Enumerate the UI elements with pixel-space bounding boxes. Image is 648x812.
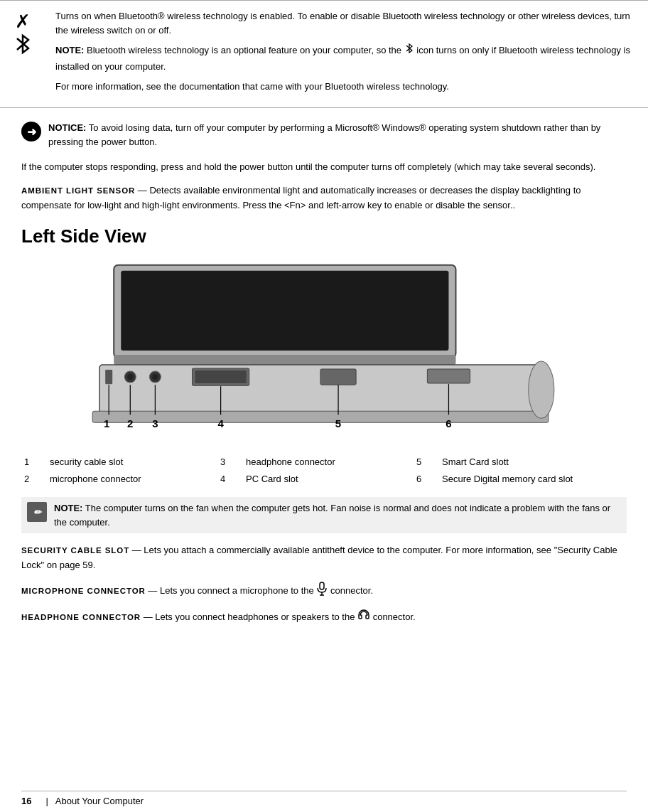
component-table: 1 security cable slot 3 headphone connec… — [21, 454, 627, 487]
note-text: NOTE: The computer turns on the fan when… — [54, 501, 621, 529]
svg-text:5: 5 — [335, 418, 341, 430]
svg-rect-2 — [114, 355, 455, 365]
comp-num-4: 4 — [217, 471, 243, 488]
comp-num-6: 6 — [414, 471, 439, 488]
headphone-dash: — — [141, 611, 155, 622]
comp-label-6: Secure Digital memory card slot — [439, 471, 627, 488]
security-cable-label: SECURITY CABLE SLOT — [21, 546, 129, 555]
bluetooth-description: Turns on when Bluetooth® wireless techno… — [45, 2, 647, 106]
ambient-sensor-label: AMBIENT LIGHT SENSOR — [21, 186, 135, 195]
bt-note: NOTE: Bluetooth wireless technology is a… — [55, 43, 637, 74]
bt-para1: Turns on when Bluetooth® wireless techno… — [55, 9, 637, 37]
headphone-icon — [357, 609, 370, 626]
microphone-connector-section: MICROPHONE CONNECTOR — Lets you connect … — [21, 582, 627, 600]
comp-num-2: 2 — [21, 471, 47, 488]
footer-label: About Your Computer — [55, 796, 144, 806]
svg-rect-13 — [427, 369, 470, 383]
notice-icon: ➜ — [21, 122, 41, 141]
note-pencil-icon: ✏ — [27, 502, 47, 522]
bluetooth-table: ✗ Turns on when Bluetooth® wireless tech… — [0, 0, 648, 108]
svg-text:1: 1 — [104, 418, 109, 430]
notice-box: ➜ NOTICE: To avoid losing data, turn off… — [21, 118, 627, 151]
svg-rect-5 — [105, 370, 112, 384]
svg-text:4: 4 — [217, 418, 224, 430]
bluetooth-icon: ✗ — [13, 11, 33, 63]
comp-label-5: Smart Card slott — [439, 454, 627, 471]
laptop-diagram-svg: 1 2 3 4 5 6 — [57, 255, 591, 447]
bt-note-text: Bluetooth wireless technology is an opti… — [84, 45, 404, 55]
svg-point-9 — [152, 374, 158, 380]
comp-label-4: PC Card slot — [243, 471, 414, 488]
svg-rect-27 — [320, 582, 324, 589]
headphone-text2: connector. — [370, 611, 416, 622]
bt-para2: For more information, see the documentat… — [55, 80, 637, 94]
security-cable-slot-section: SECURITY CABLE SLOT — Lets you attach a … — [21, 543, 627, 573]
comp-num-5: 5 — [414, 454, 439, 471]
svg-point-14 — [529, 361, 554, 418]
bt-inline-icon — [404, 43, 414, 60]
bt-note-label: NOTE: — [55, 45, 84, 55]
svg-text:6: 6 — [446, 418, 451, 430]
bluetooth-icon-cell: ✗ — [1, 2, 44, 106]
headphone-text: Lets you connect headphones or speakers … — [155, 611, 357, 622]
microphone-text: Lets you connect a microphone to the — [160, 585, 316, 596]
microphone-dash: — — [146, 585, 160, 596]
microphone-text2: connector. — [328, 585, 373, 596]
comp-num-1: 1 — [21, 454, 47, 471]
svg-text:2: 2 — [127, 418, 133, 430]
svg-rect-12 — [320, 369, 356, 385]
table-row: 2 microphone connector 4 PC Card slot 6 … — [21, 471, 627, 488]
headphone-connector-label: HEADPHONE CONNECTOR — [21, 613, 141, 621]
microphone-icon — [316, 582, 328, 600]
note-box: ✏ NOTE: The computer turns on the fan wh… — [21, 497, 627, 533]
svg-text:3: 3 — [152, 418, 158, 430]
table-row: 1 security cable slot 3 headphone connec… — [21, 454, 627, 471]
svg-point-7 — [127, 374, 133, 380]
svg-rect-4 — [92, 412, 549, 423]
security-cable-dash: — — [129, 545, 144, 555]
page: ✗ Turns on when Bluetooth® wireless tech… — [0, 0, 648, 812]
comp-num-3: 3 — [217, 454, 243, 471]
page-footer: 16 | About Your Computer — [21, 791, 627, 806]
ambient-sensor-dash: — — [135, 185, 149, 196]
comp-label-3: headphone connector — [243, 454, 414, 471]
svg-rect-1 — [121, 271, 448, 351]
notice-label: NOTICE: — [48, 122, 86, 133]
microphone-connector-label: MICROPHONE CONNECTOR — [21, 587, 146, 595]
page-number: 16 — [21, 796, 31, 806]
body-paragraph: If the computer stops responding, press … — [21, 160, 627, 175]
footer-separator: | — [45, 796, 48, 806]
note-label: NOTE: — [54, 503, 82, 513]
headphone-connector-section: HEADPHONE CONNECTOR — Lets you connect h… — [21, 609, 627, 626]
ambient-sensor-section: AMBIENT LIGHT SENSOR — Detects available… — [21, 183, 627, 213]
left-side-view-heading: Left Side View — [21, 225, 627, 247]
comp-label-1: security cable slot — [47, 454, 217, 471]
svg-rect-11 — [195, 370, 247, 383]
notice-text: NOTICE: To avoid losing data, turn off y… — [48, 121, 627, 149]
note-body: The computer turns on the fan when the c… — [54, 503, 610, 528]
comp-label-2: microphone connector — [47, 471, 217, 488]
notice-body: To avoid losing data, turn off your comp… — [48, 122, 600, 147]
laptop-diagram-area: 1 2 3 4 5 6 — [57, 255, 591, 447]
